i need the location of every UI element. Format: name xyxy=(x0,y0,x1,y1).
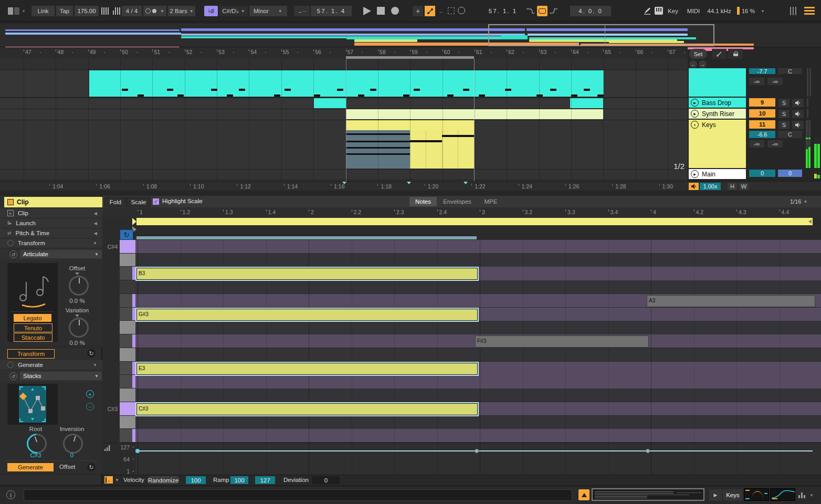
warp-marker-icon[interactable] xyxy=(407,182,411,184)
overview-toggle-icon[interactable] xyxy=(790,7,801,15)
piano-roll-row-D3[interactable] xyxy=(135,388,821,402)
midi-note-A3[interactable]: A3 xyxy=(647,295,815,307)
piano-key-G3[interactable] xyxy=(120,321,135,334)
midi-note-C#3[interactable]: C#3 xyxy=(136,403,478,415)
tab-envelopes[interactable]: Envelopes xyxy=(438,197,477,206)
window-control-caret-icon[interactable]: ▼ xyxy=(22,9,26,14)
warp-marker-icon-2[interactable] xyxy=(464,182,468,184)
piano-key-A3[interactable] xyxy=(120,294,135,307)
piano-roll-row-C4[interactable] xyxy=(135,254,821,267)
cpu-caret-icon[interactable]: ▼ xyxy=(761,9,765,14)
piano-roll-row-A#3[interactable] xyxy=(135,280,821,293)
nav-right-button[interactable]: → xyxy=(699,60,707,68)
generate-refresh-button[interactable]: ↻ xyxy=(87,463,96,471)
level-caret-icon[interactable]: ▼ xyxy=(809,493,814,498)
offset-value[interactable]: 0.0 % xyxy=(61,298,93,304)
synth-arm-button[interactable] xyxy=(792,109,804,119)
grid-value-select[interactable]: 1/16 ▼ xyxy=(790,197,807,206)
piano-roll-row-B2[interactable] xyxy=(135,429,821,442)
piano-roll[interactable]: C#4C#3B3G#3E3C#3F#3A3 xyxy=(102,240,821,443)
capture-midi-button[interactable] xyxy=(448,7,455,14)
piano-key-E3[interactable] xyxy=(120,362,135,375)
session-record-button[interactable] xyxy=(458,7,465,14)
metronome-icon[interactable] xyxy=(101,7,109,15)
piano-key-C#4[interactable] xyxy=(120,240,135,253)
hot-swap-icon[interactable]: ↺ xyxy=(9,250,17,258)
tab-mpe[interactable]: MPE xyxy=(478,197,504,206)
add-voice-button[interactable]: + xyxy=(86,390,94,398)
piano-key-G#3[interactable] xyxy=(120,308,135,321)
lane-collapse-button[interactable]: ← xyxy=(104,476,113,484)
tenuto-button[interactable]: Tenuto xyxy=(14,323,52,332)
draw-mode-button[interactable] xyxy=(641,6,653,16)
re-enable-automation-button[interactable]: ← xyxy=(437,6,446,16)
synth-midi-channel[interactable]: 10 xyxy=(749,109,775,118)
deviation-field[interactable]: 0 xyxy=(312,476,340,484)
offset-knob[interactable] xyxy=(69,276,89,296)
key-root-select[interactable]: C#/D♭▼ xyxy=(219,6,248,16)
device-thumbnail-1[interactable] xyxy=(744,488,769,501)
drums-pan-field[interactable]: C xyxy=(778,68,802,74)
tap-button[interactable]: Tap xyxy=(56,6,73,16)
punch-in-icon[interactable] xyxy=(526,8,535,14)
set-button[interactable]: Set xyxy=(689,49,707,59)
variation-value[interactable]: 0.0 % xyxy=(61,340,93,346)
keys-midi-channel[interactable]: 11 xyxy=(749,120,775,129)
track-lane-main[interactable] xyxy=(0,169,688,180)
track-header-drums[interactable] xyxy=(689,68,746,97)
section-transform[interactable]: Transform ▼ xyxy=(0,238,102,248)
piano-key-D#3[interactable] xyxy=(120,375,135,388)
track-header-keys[interactable]: ▼ Keys xyxy=(689,120,746,168)
overview-view-rectangle[interactable] xyxy=(488,24,714,46)
collapse-left-icon[interactable]: ◀ xyxy=(94,211,97,216)
staccato-button[interactable]: Staccato xyxy=(14,333,52,342)
velocity-point[interactable] xyxy=(475,449,479,453)
midi-map-button[interactable]: MIDI xyxy=(684,6,703,16)
arrangement-clip-bass-1[interactable] xyxy=(314,98,346,108)
piano-key-A#3[interactable] xyxy=(120,280,135,293)
transform-tool-select[interactable]: Articulate ▼ xyxy=(20,250,102,258)
piano-key-B2[interactable] xyxy=(120,429,135,442)
legato-button[interactable]: Legato xyxy=(14,314,51,322)
keys-send-a[interactable]: -∞ xyxy=(749,140,764,148)
clip-loop-toggle[interactable]: ↻ xyxy=(120,229,133,240)
audition-button[interactable] xyxy=(689,183,699,190)
bass-solo-button[interactable]: S xyxy=(778,98,790,108)
track-header-synth-riser[interactable]: ▶Synth Riser xyxy=(689,109,746,119)
expand-down-icon[interactable]: ▼ xyxy=(93,363,97,368)
nav-left-button[interactable]: ← xyxy=(689,60,697,68)
main-pan-field[interactable]: 0 xyxy=(778,170,802,177)
section-clip[interactable]: ▶ Clip ◀ xyxy=(0,208,102,218)
follow-button[interactable]: →·· xyxy=(294,6,310,16)
piano-key-F3[interactable] xyxy=(120,348,135,361)
add-marker-button[interactable]: + xyxy=(413,6,423,16)
piano-key-D3[interactable] xyxy=(120,388,135,402)
piano-key-F#3[interactable] xyxy=(120,334,135,348)
keys-send-b[interactable]: -∞ xyxy=(767,140,783,148)
generate-apply-button[interactable]: Generate xyxy=(7,463,54,471)
midi-note-E3[interactable]: E3 xyxy=(136,363,478,375)
lane-menu-caret-icon[interactable]: ▼ xyxy=(115,478,119,482)
playback-speed-field[interactable]: 1.00x xyxy=(700,183,721,190)
arrangement-position-display[interactable]: 57. 1. 4 xyxy=(311,6,352,16)
highlight-scale-checkbox[interactable]: ✓ xyxy=(153,198,159,205)
keys-arm-button[interactable] xyxy=(792,120,804,130)
bass-midi-channel[interactable]: 9 xyxy=(749,98,775,107)
ramp-to-field[interactable]: 127 xyxy=(255,476,275,484)
preview-play-button[interactable]: ▶ xyxy=(709,489,722,501)
loop-button[interactable] xyxy=(537,6,548,16)
zoom-width-button[interactable]: W xyxy=(739,183,749,190)
metronome-count-in-icon[interactable] xyxy=(112,7,121,15)
synth-solo-button[interactable]: S xyxy=(778,109,790,119)
collapse-left-icon[interactable]: ◀ xyxy=(94,221,97,226)
loop-start-display[interactable]: 57. 1. 1 xyxy=(481,6,525,16)
info-text-field[interactable] xyxy=(24,489,572,501)
ramp-from-field[interactable]: 100 xyxy=(230,476,248,484)
arrangement-clip-bass-2[interactable] xyxy=(570,98,603,108)
piano-key-C4[interactable] xyxy=(120,254,135,267)
drums-send-a[interactable]: -∞ xyxy=(749,78,764,85)
track-lane-synth-riser[interactable] xyxy=(0,109,688,120)
collapse-left-icon[interactable]: ◀ xyxy=(94,231,97,236)
clip-loop-bar[interactable] xyxy=(136,218,813,225)
arrangement-track-area[interactable]: 1/2 xyxy=(0,59,688,181)
